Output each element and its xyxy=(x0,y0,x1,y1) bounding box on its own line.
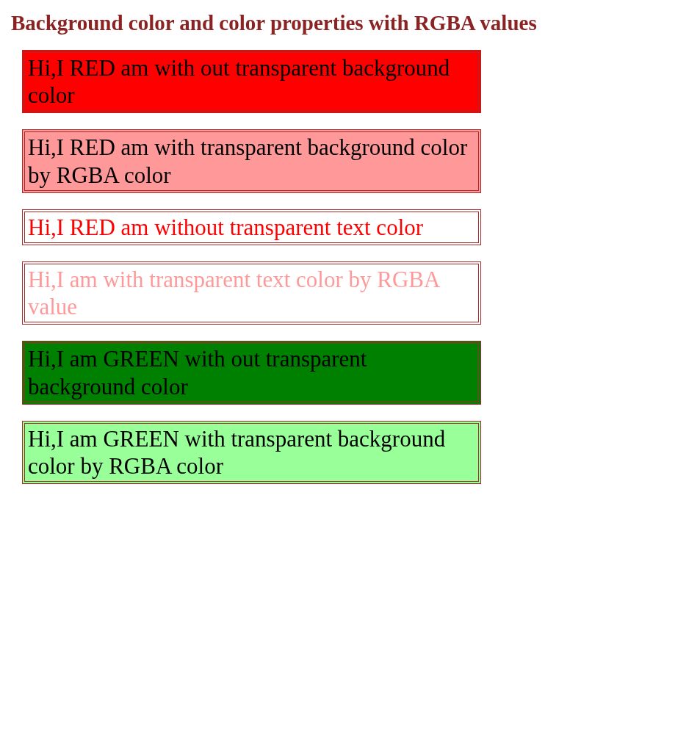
demo-box-6: Hi,I am GREEN with transparent backgroun… xyxy=(22,421,481,484)
demo-box-text: Hi,I am GREEN with out transparent backg… xyxy=(28,346,367,399)
demo-box-text: Hi,I am with transparent text color by R… xyxy=(28,267,439,319)
demo-box-text: Hi,I RED am without transparent text col… xyxy=(28,214,423,240)
demo-box-text: Hi,I RED am with out transparent backgro… xyxy=(28,55,450,108)
demo-box-1: Hi,I RED am with out transparent backgro… xyxy=(22,50,481,113)
demo-box-text: Hi,I RED am with transparent background … xyxy=(28,134,467,187)
demo-box-2: Hi,I RED am with transparent background … xyxy=(22,129,481,192)
demo-box-4: Hi,I am with transparent text color by R… xyxy=(22,261,481,325)
page-heading: Background color and color properties wi… xyxy=(11,11,689,35)
demo-box-text: Hi,I am GREEN with transparent backgroun… xyxy=(28,426,445,479)
demo-box-5: Hi,I am GREEN with out transparent backg… xyxy=(22,341,481,404)
demo-box-3: Hi,I RED am without transparent text col… xyxy=(22,209,481,245)
boxes-container: Hi,I RED am with out transparent backgro… xyxy=(11,50,689,484)
